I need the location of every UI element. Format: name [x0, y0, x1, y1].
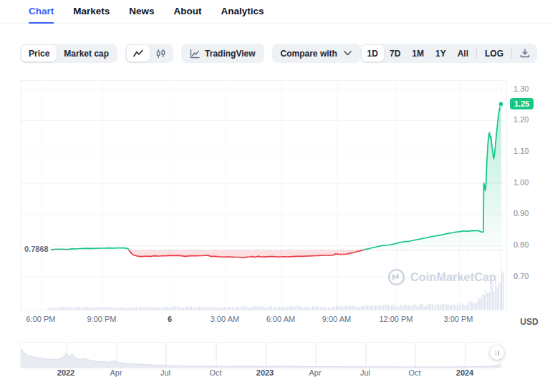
range-1d-button[interactable]: 1D — [362, 45, 384, 62]
y-tick-label: 1.10 — [513, 147, 529, 155]
price-button[interactable]: Price — [21, 45, 57, 62]
range-1m-button[interactable]: 1M — [406, 45, 430, 62]
y-axis: 1.301.201.101.000.900.800.701.25 — [506, 80, 548, 318]
timeline-label-oct: Oct — [408, 368, 420, 377]
tradingview-button[interactable]: TradingView — [181, 44, 264, 63]
tab-chart[interactable]: Chart — [29, 0, 54, 24]
y-tick-label: 1.00 — [513, 178, 529, 187]
timeline-label-jul: Jul — [360, 368, 370, 377]
candlestick-chart-type-button[interactable] — [150, 45, 172, 62]
timeline-label-apr: Apr — [309, 368, 321, 377]
tradingview-label: TradingView — [205, 49, 255, 59]
download-icon — [520, 49, 530, 58]
tab-analytics[interactable]: Analytics — [221, 0, 264, 24]
watermark-text: CoinMarketCap — [410, 271, 496, 284]
chart-toolbar: PriceMarket cap TradingView Com — [20, 44, 537, 63]
y-tick-label: 1.30 — [513, 84, 529, 93]
x-tick-label: 6 — [168, 315, 172, 323]
timeline-minimap[interactable] — [20, 342, 501, 368]
x-tick-label: 6:00 AM — [266, 315, 295, 323]
tab-bar: ChartMarketsNewsAboutAnalytics — [0, 0, 550, 24]
time-range-toggle: 1D7D1M1YAll LOG — [360, 44, 537, 63]
coinmarketcap-watermark: CoinMarketCap — [387, 268, 496, 286]
divider — [511, 49, 512, 59]
current-price-badge: 1.25 — [510, 98, 534, 109]
line-chart-type-button[interactable] — [127, 45, 150, 62]
price-chart-plot[interactable]: 0.7868 CoinMarketCap — [20, 80, 507, 310]
timeline-label-2024: 2024 — [456, 368, 473, 377]
x-tick-label: 6:00 PM — [26, 315, 56, 323]
x-tick-label: 9:00 PM — [87, 315, 117, 323]
timeline-label-jul: Jul — [160, 368, 170, 377]
coinmarketcap-logo-icon — [387, 268, 405, 286]
x-axis: 6:00 PM9:00 PM63:00 AM6:00 AM9:00 AM12:0… — [0, 315, 550, 326]
minimap-drag-handle[interactable] — [490, 346, 504, 360]
chart-type-toggle — [125, 44, 173, 63]
timeline-label-apr: Apr — [110, 368, 122, 377]
download-button[interactable] — [514, 45, 536, 62]
timeline-label-2023: 2023 — [256, 368, 274, 377]
candlestick-icon — [156, 49, 165, 59]
market-cap-button[interactable]: Market cap — [57, 45, 116, 62]
price-marketcap-toggle: PriceMarket cap — [20, 44, 117, 63]
line-chart-icon — [133, 49, 143, 57]
range-1y-button[interactable]: 1Y — [430, 45, 452, 62]
y-tick-label: 1.20 — [513, 115, 529, 124]
tab-about[interactable]: About — [174, 0, 202, 24]
y-tick-label: 0.70 — [513, 272, 529, 280]
x-tick-label: 12:00 PM — [379, 315, 412, 323]
compare-with-dropdown[interactable]: Compare with — [272, 44, 360, 63]
divider — [476, 49, 477, 59]
x-tick-label: 9:00 AM — [322, 315, 351, 323]
coin-detail-page: ChartMarketsNewsAboutAnalytics PriceMark… — [0, 0, 550, 392]
chevron-down-icon — [344, 51, 352, 56]
timeline-axis: 2022AprJulOct2023AprJulOct2024 — [0, 368, 550, 380]
tab-markets[interactable]: Markets — [73, 0, 110, 24]
previous-close-label: 0.7868 — [22, 245, 51, 253]
range-all-button[interactable]: All — [452, 45, 474, 62]
tradingview-chart-icon — [190, 49, 200, 59]
log-scale-button[interactable]: LOG — [479, 45, 509, 62]
range-7d-button[interactable]: 7D — [384, 45, 406, 62]
compare-with-label: Compare with — [281, 49, 337, 59]
timeline-label-2022: 2022 — [57, 368, 74, 377]
minimap-canvas — [21, 343, 501, 368]
y-tick-label: 0.80 — [513, 240, 529, 249]
timeline-label-oct: Oct — [209, 368, 221, 377]
range-options: 1D7D1M1YAll — [362, 45, 474, 62]
x-tick-label: 3:00 AM — [211, 315, 239, 323]
currency-unit-label: USD — [511, 317, 547, 327]
tab-news[interactable]: News — [129, 0, 154, 24]
y-tick-label: 0.90 — [513, 209, 529, 217]
x-tick-label: 3:00 PM — [444, 315, 473, 323]
